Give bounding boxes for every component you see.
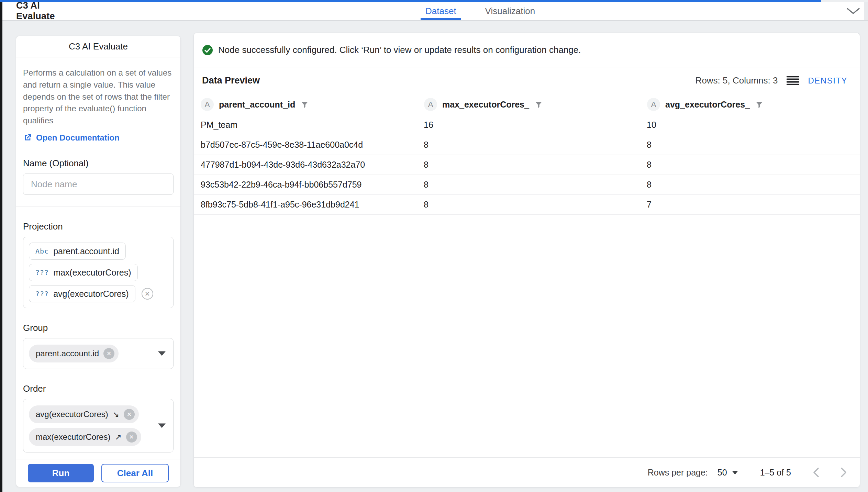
success-banner-text: Node successfully configured. Click ‘Run… — [218, 45, 581, 55]
filter-icon[interactable] — [534, 100, 543, 109]
order-pill-avg-executorcores[interactable]: avg(executorCores) ↘ ✕ — [29, 405, 139, 423]
scrollbar-track[interactable] — [864, 2, 868, 20]
panel-title: C3 AI Evaluate — [69, 41, 128, 52]
projection-chip-label: parent.account.id — [53, 246, 119, 256]
top-tabs: Dataset Visualization — [421, 2, 540, 20]
table-header-row: A parent_account_id A max_executorCores_… — [194, 94, 860, 115]
table-cell: 16 — [417, 120, 640, 130]
table-cell: 8 — [417, 160, 640, 170]
order-pill-label: max(executorCores) — [36, 432, 110, 442]
group-select[interactable]: parent.account.id ✕ — [23, 338, 174, 369]
order-pill-label: avg(executorCores) — [36, 410, 108, 419]
table-cell: 8 — [640, 160, 860, 170]
order-label: Order — [23, 383, 174, 394]
column-header-parent-account-id[interactable]: A parent_account_id — [194, 94, 417, 115]
table-cell: 8 — [417, 140, 640, 150]
preview-toolbar: Data Preview Rows: 5, Columns: 3 DENSITY — [194, 67, 860, 94]
node-name-input[interactable] — [23, 174, 174, 195]
tab-dataset-label: Dataset — [425, 6, 456, 16]
column-name: max_executorCores_ — [442, 100, 529, 110]
projection-chip-label: avg(executorCores) — [53, 289, 129, 299]
density-button[interactable]: DENSITY — [808, 76, 847, 86]
name-field-label: Name (Optional) — [23, 158, 174, 169]
order-pill-max-executorcores[interactable]: max(executorCores) ↗ ✕ — [29, 428, 141, 446]
table-cell: 477987d1-b094-43de-93d6-43d632a32a70 — [194, 160, 417, 170]
success-check-icon — [202, 45, 213, 56]
rows-per-page-select[interactable]: 50 — [717, 468, 738, 478]
column-name: avg_executorCores_ — [665, 100, 750, 110]
group-label: Group — [23, 323, 174, 333]
dropdown-caret-icon[interactable] — [158, 424, 166, 428]
table-cell: 10 — [640, 120, 860, 130]
results-panel: Node successfully configured. Click ‘Run… — [193, 33, 860, 488]
remove-group-icon[interactable]: ✕ — [103, 348, 114, 359]
remove-order-icon[interactable]: ✕ — [124, 409, 135, 420]
table-cell: 8fb93c75-5db8-41f1-a95c-96e31db9d241 — [194, 200, 417, 210]
projection-chip-parent-account-id[interactable]: Abc parent.account.id — [29, 243, 126, 260]
projection-label: Projection — [23, 221, 174, 232]
table-empty-area — [194, 215, 860, 457]
unknown-type-icon: ??? — [35, 268, 49, 277]
table-row: 93c53b42-22b9-46ca-b94f-bb06b557d759 8 8 — [194, 175, 860, 195]
remove-order-icon[interactable]: ✕ — [126, 432, 137, 443]
data-preview-title: Data Preview — [202, 75, 260, 86]
table-row: PM_team 16 10 — [194, 115, 860, 135]
density-icon[interactable] — [787, 76, 799, 86]
table-row: 477987d1-b094-43de-93d6-43d632a32a70 8 8 — [194, 155, 860, 175]
table-row: b7d507ec-87c5-459e-8e38-11ae600a0c4d 8 8 — [194, 135, 860, 155]
run-button[interactable]: Run — [28, 464, 94, 482]
table-cell: 8 — [417, 180, 640, 190]
panel-header: C3 AI Evaluate — [16, 36, 180, 57]
tab-dataset[interactable]: Dataset — [421, 2, 461, 20]
window-left-edge — [0, 2, 2, 492]
table-cell: 8 — [640, 140, 860, 150]
pagination-range: 1–5 of 5 — [760, 468, 791, 478]
tab-visualization-label: Visualization — [485, 6, 535, 16]
app-title: C3 AI Evaluate — [16, 0, 80, 22]
sort-ascending-icon: ↗ — [115, 433, 121, 442]
tab-visualization[interactable]: Visualization — [480, 2, 540, 20]
column-header-max-executorcores[interactable]: A max_executorCores_ — [417, 94, 640, 115]
remove-projection-icon[interactable]: ✕ — [142, 288, 153, 300]
column-name: parent_account_id — [219, 100, 295, 110]
rows-per-page-value: 50 — [717, 468, 727, 478]
dropdown-caret-icon — [732, 471, 738, 474]
projection-chip-max-executorcores[interactable]: ??? max(executorCores) — [29, 264, 138, 281]
next-page-icon[interactable] — [840, 467, 847, 478]
pagination-bar: Rows per page: 50 1–5 of 5 — [194, 457, 860, 487]
projection-chip-row: ??? avg(executorCores) ✕ — [29, 285, 153, 302]
string-type-badge: A — [424, 98, 437, 111]
external-link-icon — [23, 133, 32, 142]
filter-icon[interactable] — [755, 100, 764, 109]
table-cell: PM_team — [194, 120, 417, 130]
table-cell: 93c53b42-22b9-46ca-b94f-bb06b557d759 — [194, 180, 417, 190]
sort-descending-icon: ↘ — [113, 410, 119, 419]
collapse-chevron-down-icon[interactable] — [846, 7, 860, 15]
top-bar: C3 AI Evaluate Dataset Visualization — [0, 2, 868, 21]
table-cell: b7d507ec-87c5-459e-8e38-11ae600a0c4d — [194, 140, 417, 150]
column-header-avg-executorcores[interactable]: A avg_executorCores_ — [640, 94, 860, 115]
success-banner: Node successfully configured. Click ‘Run… — [194, 33, 860, 67]
previous-page-icon[interactable] — [812, 467, 820, 478]
open-documentation-label: Open Documentation — [36, 133, 120, 143]
open-documentation-link[interactable]: Open Documentation — [23, 133, 120, 143]
preview-toolbar-right: Rows: 5, Columns: 3 DENSITY — [695, 75, 852, 86]
dropdown-caret-icon[interactable] — [158, 351, 166, 356]
top-accent-bar — [0, 0, 821, 2]
group-pill-parent-account-id[interactable]: parent.account.id ✕ — [29, 345, 119, 362]
table-cell: 7 — [640, 200, 860, 210]
filter-icon[interactable] — [300, 100, 309, 109]
rows-columns-count: Rows: 5, Columns: 3 — [695, 75, 778, 86]
string-type-badge: A — [201, 98, 214, 111]
table-cell: 8 — [640, 180, 860, 190]
projection-chip-avg-executorcores[interactable]: ??? avg(executorCores) — [29, 285, 135, 302]
projection-chip-label: max(executorCores) — [53, 268, 131, 278]
order-select[interactable]: avg(executorCores) ↘ ✕ max(executorCores… — [23, 399, 174, 452]
app-title-cell: C3 AI Evaluate — [2, 2, 80, 20]
unknown-type-icon: ??? — [35, 290, 49, 298]
projection-box[interactable]: Abc parent.account.id ??? max(executorCo… — [23, 237, 174, 308]
clear-all-button[interactable]: Clear All — [101, 464, 169, 482]
panel-footer: Run Clear All — [16, 459, 180, 487]
table-row: 8fb93c75-5db8-41f1-a95c-96e31db9d241 8 7 — [194, 195, 860, 215]
table-cell: 8 — [417, 200, 640, 210]
